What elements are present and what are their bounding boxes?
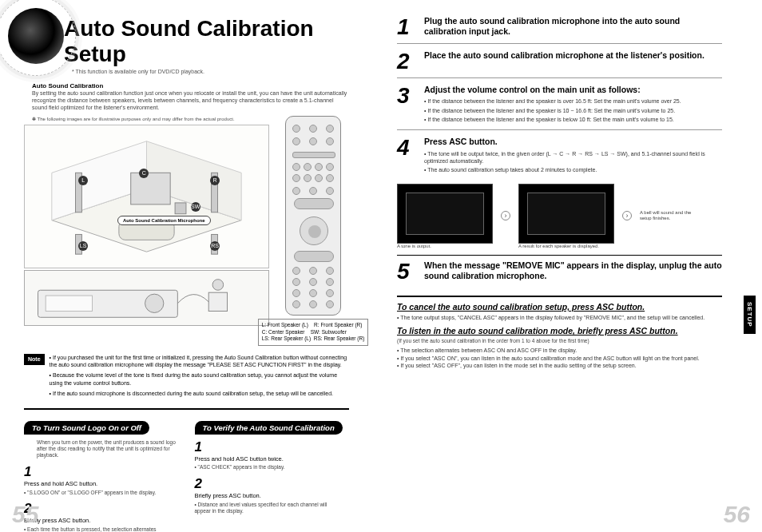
listen-subnote: (If you set the auto sound calibration i… bbox=[397, 338, 722, 343]
slogo-step2-sub1: • Each time the button is pressed, the s… bbox=[24, 526, 163, 532]
key-c: C: Center Speaker bbox=[262, 329, 305, 335]
speaker-tag-sw: SW bbox=[191, 202, 200, 212]
room-diagram: L R C SW LS RS Auto Sound Calibration Mi… bbox=[24, 125, 269, 268]
page-subtitle: * This function is available only for DV… bbox=[72, 69, 349, 74]
cancel-heading: To cancel the auto sound calibration set… bbox=[397, 302, 722, 312]
rstep-1: Plug the auto sound calibration micropho… bbox=[424, 16, 722, 38]
speaker-key-legend: L: Front Speaker (L) R: Front Speaker (R… bbox=[258, 319, 369, 345]
note-2: • Because the volume level of the tone i… bbox=[50, 371, 349, 387]
cancel-note: • The tone output stops, "CANCEL ASC" ap… bbox=[397, 314, 722, 321]
key-ls: LS: Rear Speaker (L) bbox=[262, 335, 311, 341]
verify-step-1-num: 1 bbox=[195, 439, 208, 455]
divider bbox=[397, 296, 722, 297]
listen-b1: • The selection alternates between ASC O… bbox=[397, 347, 722, 354]
speaker-tag-l: L bbox=[78, 176, 88, 185]
verify-step2: Briefly press ASC button. bbox=[195, 492, 334, 500]
key-l: L: Front Speaker (L) bbox=[262, 322, 308, 328]
divider bbox=[397, 255, 722, 256]
rstep-3-b1: • If the distance between the listener a… bbox=[424, 97, 722, 105]
screen-2-caption: A result for each speaker is displayed. bbox=[518, 244, 614, 248]
rstep-4-b2: • The auto sound calibration setup takes… bbox=[424, 166, 722, 173]
key-rs: RS: Rear Speaker (R) bbox=[314, 335, 365, 341]
svg-rect-12 bbox=[46, 296, 92, 311]
slogo-step1-sub: • "S.LOGO ON" or "S.LOGO OFF" appears in… bbox=[24, 490, 163, 496]
speaker-decoration bbox=[8, 8, 64, 64]
speaker-tag-rs: RS bbox=[210, 241, 220, 251]
svg-rect-13 bbox=[208, 292, 227, 311]
svg-point-11 bbox=[145, 294, 164, 312]
section-tab: SETUP bbox=[744, 296, 756, 334]
listen-heading: To listen in the auto sound calibration … bbox=[397, 326, 722, 335]
arrow-right-icon: › bbox=[501, 211, 510, 220]
speaker-tag-ls: LS bbox=[78, 241, 88, 251]
note-1: • If you purchased the unit for the firs… bbox=[50, 354, 349, 370]
mic-label-callout: Auto Sound Calibration Microphone bbox=[117, 216, 211, 225]
rstep-3-b2: • If the distance between the listener a… bbox=[424, 107, 722, 114]
speaker-tag-r: R bbox=[210, 176, 220, 185]
left-page: Auto Sound Calibration Setup * This func… bbox=[0, 0, 373, 532]
unit-illustration bbox=[25, 271, 268, 325]
slogo-step2: Briefly press ASC button. bbox=[24, 517, 163, 525]
svg-rect-3 bbox=[131, 173, 170, 205]
listen-b2: • If you select "ASC ON", you can listen… bbox=[397, 355, 722, 362]
sound-logo-intro: When you turn on the power, the unit pro… bbox=[24, 439, 179, 459]
rstep-1-num: 1 bbox=[397, 16, 418, 38]
verify-step1-sub: • "ASC CHECK" appears in the display. bbox=[195, 464, 334, 470]
page-title: Auto Sound Calibration Setup bbox=[64, 16, 349, 67]
illustrative-note: ✽ The following images are for illustrat… bbox=[32, 116, 269, 121]
rstep-5: When the message "REMOVE MIC" appears in… bbox=[424, 260, 722, 283]
screen-previews: A tone is output. › A result for each sp… bbox=[397, 184, 722, 248]
verify-heading: To Verify the Auto Sound Calibration bbox=[195, 421, 343, 435]
listen-b3: • If you select "ASC OFF", you can liste… bbox=[397, 362, 722, 369]
screen-2 bbox=[518, 184, 614, 244]
sound-logo-heading: To Turn Sound Logo On or Off bbox=[24, 421, 149, 435]
rstep-3-b3: • If the distance between the listener a… bbox=[424, 116, 722, 123]
screen-1-caption: A tone is output. bbox=[397, 244, 493, 248]
rstep-4-title: Press ASC button. bbox=[424, 137, 722, 147]
component-diagram bbox=[24, 270, 269, 326]
note-3: • If the auto sound microphone is discon… bbox=[50, 390, 349, 398]
rstep-2: Place the auto sound calibration microph… bbox=[424, 50, 722, 73]
remote-control-illustration bbox=[285, 116, 341, 316]
verify-step1: Press and hold ASC button twice. bbox=[195, 455, 334, 463]
slogo-step1: Press and hold ASC button. bbox=[24, 480, 163, 488]
svg-rect-9 bbox=[175, 203, 186, 214]
verify-step2-sub: • Distance and level values specified fo… bbox=[195, 502, 334, 515]
verify-step-2-num: 2 bbox=[195, 476, 208, 492]
note-badge: Note bbox=[24, 354, 45, 365]
rstep-2-num: 2 bbox=[397, 50, 418, 73]
rstep-3-num: 3 bbox=[397, 85, 418, 125]
bell-note: A bell will sound and the setup finishes… bbox=[640, 210, 696, 223]
screen-1 bbox=[397, 184, 493, 244]
key-r: R: Front Speaker (R) bbox=[314, 322, 362, 328]
page-number-right: 56 bbox=[724, 501, 750, 528]
asc-heading: Auto Sound Calibration bbox=[32, 82, 349, 89]
room-illustration bbox=[25, 125, 268, 268]
note-bullets: • If you purchased the unit for the firs… bbox=[50, 354, 349, 400]
rstep-3-title: Adjust the volume control on the main un… bbox=[424, 85, 722, 95]
rstep-4-num: 4 bbox=[397, 137, 418, 175]
rstep-4-b1: • The tone will be output twice, in the … bbox=[424, 150, 722, 165]
svg-point-14 bbox=[212, 280, 224, 291]
divider bbox=[24, 408, 349, 410]
key-sw: SW: Subwoofer bbox=[311, 329, 347, 335]
page-number-left: 55 bbox=[12, 501, 38, 528]
speaker-tag-c: C bbox=[139, 169, 149, 178]
step-1-num: 1 bbox=[24, 464, 37, 480]
right-page: 1 Plug the auto sound calibration microp… bbox=[373, 0, 762, 532]
arrow-right-icon-2: › bbox=[622, 211, 632, 220]
rstep-5-num: 5 bbox=[397, 260, 418, 283]
asc-description: By setting the auto sound calibration fu… bbox=[32, 89, 349, 111]
